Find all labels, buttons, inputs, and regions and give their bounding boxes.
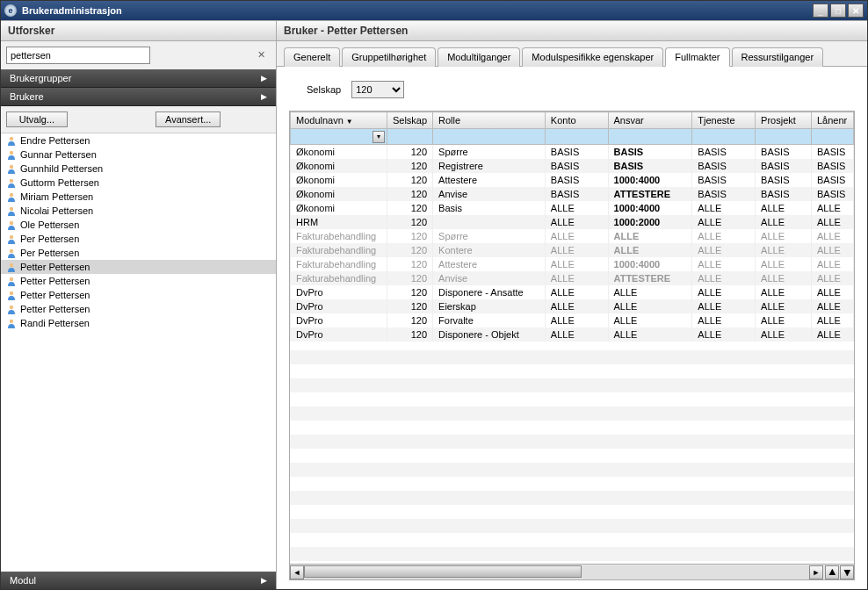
- cell-ansvar: BASIS: [608, 159, 692, 173]
- column-header[interactable]: Tjeneste: [692, 112, 756, 129]
- svg-point-6: [10, 221, 13, 225]
- filter-cell[interactable]: [387, 129, 432, 145]
- accordion-modul[interactable]: Modul ▶: [1, 572, 276, 589]
- user-list[interactable]: Endre PettersenGunnar PettersenGunnhild …: [1, 133, 276, 572]
- column-header[interactable]: Ansvar: [608, 112, 692, 129]
- scroll-right-icon[interactable]: ►: [809, 565, 823, 579]
- cell-konto: ALLE: [545, 215, 608, 229]
- cell-rolle: Disponere - Ansatte: [433, 285, 546, 299]
- user-list-item[interactable]: Randi Pettersen: [1, 316, 276, 330]
- column-header[interactable]: Rolle: [433, 112, 546, 129]
- table-row[interactable]: Fakturabehandling120KontereALLEALLEALLEA…: [291, 243, 854, 257]
- tab-modulspesifikke-egenskaper[interactable]: Modulspesifikke egenskaper: [522, 47, 663, 67]
- table-row[interactable]: Økonomi120AnviseBASISATTESTEREBASISBASIS…: [291, 187, 854, 201]
- user-list-item[interactable]: Petter Pettersen: [1, 274, 276, 288]
- accordion-brukere[interactable]: Brukere ▶: [1, 88, 276, 106]
- cell-tjeneste: ALLE: [692, 201, 756, 215]
- utvalg-button[interactable]: Utvalg...: [6, 112, 68, 127]
- table-row[interactable]: DvPro120ForvalteALLEALLEALLEALLEALLE: [291, 313, 854, 327]
- table-row[interactable]: Fakturabehandling120AnviseALLEATTESTEREA…: [291, 271, 854, 285]
- search-input[interactable]: [6, 47, 150, 64]
- filter-dropdown-icon[interactable]: ▾: [373, 131, 385, 143]
- horizontal-scrollbar[interactable]: ◄ ► ⯅ ⯆: [290, 564, 854, 579]
- user-icon: [6, 276, 17, 286]
- table-row[interactable]: Økonomi120SpørreBASISBASISBASISBASISBASI…: [291, 145, 854, 159]
- fullmakter-grid[interactable]: Modulnavn▼SelskapRolleKontoAnsvarTjenest…: [290, 112, 854, 342]
- table-row[interactable]: DvPro120Disponere - AnsatteALLEALLEALLEA…: [291, 285, 854, 299]
- filter-cell[interactable]: [608, 129, 692, 145]
- filter-cell[interactable]: [756, 129, 812, 145]
- scroll-up-icon[interactable]: ⯅: [825, 565, 839, 579]
- user-list-item[interactable]: Per Pettersen: [1, 232, 276, 246]
- cell-lanenr: BASIS: [811, 159, 853, 173]
- user-icon: [6, 219, 17, 230]
- titlebar[interactable]: e Brukeradministrasjon _ □ ✕: [1, 1, 867, 20]
- table-row[interactable]: Fakturabehandling120AttestereALLE1000:40…: [291, 257, 854, 271]
- cell-tjeneste: ALLE: [692, 243, 756, 257]
- tab-fullmakter[interactable]: Fullmakter: [665, 47, 729, 67]
- user-name: Miriam Pettersen: [20, 191, 93, 202]
- user-list-item[interactable]: Nicolai Pettersen: [1, 204, 276, 218]
- user-list-item[interactable]: Petter Pettersen: [1, 260, 276, 274]
- user-list-item[interactable]: Gunnhild Pettersen: [1, 162, 276, 176]
- column-header[interactable]: Prosjekt: [756, 112, 812, 129]
- table-row[interactable]: DvPro120EierskapALLEALLEALLEALLEALLE: [291, 299, 854, 313]
- scroll-thumb[interactable]: [304, 565, 582, 578]
- filter-cell[interactable]: [692, 129, 756, 145]
- window-title: Brukeradministrasjon: [22, 5, 122, 16]
- table-row[interactable]: Økonomi120BasisALLE1000:4000ALLEALLEALLE: [291, 201, 854, 215]
- user-list-item[interactable]: Gunnar Pettersen: [1, 148, 276, 162]
- cell-lanenr: ALLE: [811, 299, 853, 313]
- column-header[interactable]: Selskap: [387, 112, 432, 129]
- table-row[interactable]: HRM120ALLE1000:2000ALLEALLEALLE: [291, 215, 854, 229]
- column-header[interactable]: Lånenr: [811, 112, 853, 129]
- cell-modul: HRM: [291, 215, 387, 229]
- cell-tjeneste: ALLE: [692, 299, 756, 313]
- tab-modultilganger[interactable]: Modultilganger: [438, 47, 520, 67]
- scroll-left-icon[interactable]: ◄: [290, 565, 304, 579]
- scroll-down-icon[interactable]: ⯆: [840, 565, 854, 579]
- user-icon: [6, 304, 17, 314]
- cell-rolle: [433, 215, 546, 229]
- cell-modul: Fakturabehandling: [291, 229, 387, 243]
- maximize-button[interactable]: □: [830, 4, 846, 18]
- user-list-item[interactable]: Petter Pettersen: [1, 288, 276, 302]
- user-list-item[interactable]: Ole Pettersen: [1, 218, 276, 232]
- accordion-brukergrupper[interactable]: Brukergrupper ▶: [1, 69, 276, 88]
- table-row[interactable]: Økonomi120RegistrereBASISBASISBASISBASIS…: [291, 159, 854, 173]
- user-list-item[interactable]: Guttorm Pettersen: [1, 176, 276, 190]
- cell-ansvar: ALLE: [608, 327, 692, 342]
- column-header[interactable]: Modulnavn▼: [291, 112, 387, 129]
- table-row[interactable]: Fakturabehandling120SpørreALLEALLEALLEAL…: [291, 229, 854, 243]
- cell-selskap: 120: [387, 173, 432, 187]
- avansert-button[interactable]: Avansert...: [156, 112, 221, 127]
- cell-ansvar: ALLE: [608, 229, 692, 243]
- cell-rolle: Eierskap: [433, 299, 546, 313]
- cell-selskap: 120: [387, 285, 432, 299]
- tab-gruppetilhørighet[interactable]: Gruppetilhørighet: [342, 47, 436, 67]
- close-button[interactable]: ✕: [848, 4, 864, 18]
- selskap-select[interactable]: 120: [351, 81, 404, 98]
- user-list-item[interactable]: Per Pettersen: [1, 246, 276, 260]
- column-header[interactable]: Konto: [545, 112, 608, 129]
- cell-konto: BASIS: [545, 159, 608, 173]
- user-list-item[interactable]: Endre Pettersen: [1, 133, 276, 148]
- tab-generelt[interactable]: Generelt: [284, 47, 340, 67]
- table-row[interactable]: DvPro120Disponere - ObjektALLEALLEALLEAL…: [291, 327, 854, 342]
- cell-tjeneste: BASIS: [692, 187, 756, 201]
- table-row[interactable]: Økonomi120AttestereBASIS1000:4000BASISBA…: [291, 173, 854, 187]
- accordion-label: Brukere: [10, 91, 44, 102]
- user-icon: [6, 177, 17, 188]
- user-list-item[interactable]: Petter Pettersen: [1, 302, 276, 316]
- tab-ressurstilganger[interactable]: Ressurstilganger: [732, 47, 824, 67]
- user-icon: [6, 149, 17, 160]
- cell-prosjekt: ALLE: [756, 299, 812, 313]
- filter-cell[interactable]: [545, 129, 608, 145]
- filter-cell[interactable]: ▾: [291, 129, 387, 145]
- clear-search-icon[interactable]: ✕: [255, 49, 267, 61]
- minimize-button[interactable]: _: [813, 4, 828, 18]
- user-list-item[interactable]: Miriam Pettersen: [1, 190, 276, 204]
- cell-ansvar: ALLE: [608, 313, 692, 327]
- filter-cell[interactable]: [433, 129, 546, 145]
- filter-cell[interactable]: [811, 129, 853, 145]
